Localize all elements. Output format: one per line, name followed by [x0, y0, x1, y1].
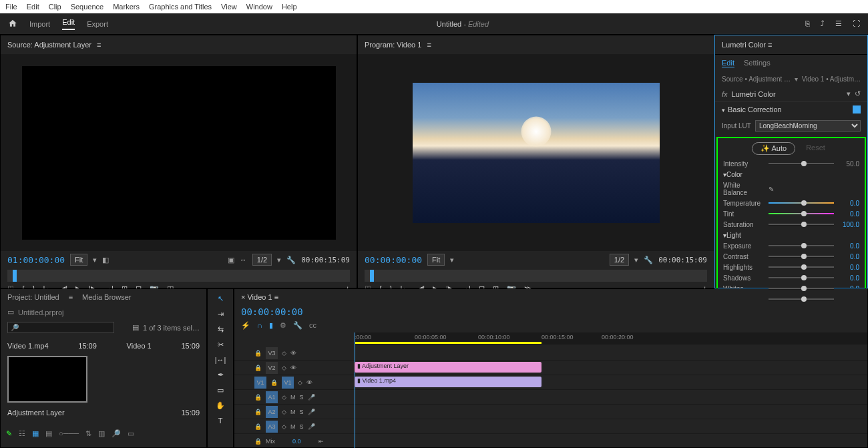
automate-icon[interactable]: ▥	[98, 429, 105, 438]
highlights-value[interactable]: 0.0	[838, 264, 859, 271]
mute-button[interactable]: M	[290, 409, 296, 415]
contrast-slider[interactable]	[769, 256, 834, 258]
color-section[interactable]: Color	[726, 171, 742, 178]
track-a1[interactable]: A1	[266, 391, 278, 403]
whites-slider[interactable]	[769, 288, 834, 290]
snap-icon[interactable]: ⚡	[241, 321, 250, 330]
home-icon[interactable]	[8, 19, 17, 29]
basic-checkbox[interactable]	[853, 105, 861, 114]
input-lut-select[interactable]: LongBeachMorning	[755, 120, 861, 132]
reset-button[interactable]: Reset	[801, 142, 831, 155]
program-menu-icon[interactable]: ≡	[427, 41, 431, 49]
rectangle-tool-icon[interactable]: ▭	[217, 386, 224, 395]
chevron-down-icon[interactable]: ▾	[795, 75, 798, 83]
track-v3[interactable]: V3	[266, 347, 278, 359]
lock-icon[interactable]: 🔒	[254, 423, 262, 430]
lumetri-source[interactable]: Source • Adjustment …	[722, 75, 791, 83]
chevron-down-icon[interactable]: ▾	[277, 256, 281, 264]
contrast-value[interactable]: 0.0	[838, 253, 859, 260]
lock-icon[interactable]: 🔒	[254, 394, 262, 401]
track-select-icon[interactable]: ⇥	[218, 310, 224, 318]
menu-edit[interactable]: Edit	[27, 3, 39, 11]
intensity-slider[interactable]	[769, 163, 834, 165]
temp-slider[interactable]	[769, 202, 834, 204]
panel-menu-icon[interactable]: ≡	[768, 41, 772, 49]
lock-icon[interactable]: 🔒	[254, 365, 262, 371]
share-icon[interactable]: ⤴	[821, 19, 825, 28]
tab-import[interactable]: Import	[29, 20, 50, 28]
source-tc-start[interactable]: 01:00:00:00	[7, 255, 65, 265]
track-v2[interactable]: V2	[266, 362, 278, 374]
fx-icon[interactable]: fx	[722, 90, 728, 98]
chevron-down-icon[interactable]: ▾	[847, 89, 851, 98]
solo-button[interactable]: S	[300, 394, 304, 401]
chevron-down-icon[interactable]: ▾	[634, 256, 638, 264]
program-half[interactable]: 1/2	[610, 254, 629, 266]
shadows-value[interactable]: 0.0	[838, 274, 859, 282]
menu-window[interactable]: Window	[246, 3, 272, 11]
program-viewer[interactable]	[413, 83, 660, 223]
source-menu-icon[interactable]: ≡	[97, 41, 101, 49]
linked-selection-icon[interactable]: ∩	[257, 321, 262, 330]
eye-icon[interactable]: 👁	[306, 379, 312, 386]
settings-icon[interactable]: ⚙	[280, 321, 286, 330]
program-tc-start[interactable]: 00:00:00:00	[365, 255, 422, 265]
hand-tool-icon[interactable]: ✋	[216, 401, 225, 410]
source-v1[interactable]: V1	[254, 377, 266, 389]
sync-lock-icon[interactable]: ◇	[282, 409, 286, 415]
workspace-icon[interactable]: ☰	[835, 19, 842, 28]
tint-value[interactable]: 0.0	[838, 210, 859, 218]
sync-lock-icon[interactable]: ◇	[282, 423, 286, 430]
shadows-slider[interactable]	[769, 277, 834, 279]
source-scrubber[interactable]	[7, 270, 350, 282]
panel-menu-icon[interactable]: ≡	[69, 293, 73, 301]
slip-tool-icon[interactable]: |↔|	[215, 356, 226, 364]
ripple-edit-icon[interactable]: ⇆	[218, 325, 224, 334]
bin-icon[interactable]: ▭	[7, 308, 14, 316]
timeline-ruler[interactable]: :00:00 00:00:05:00 00:00:10:00 00:00:15:…	[355, 332, 867, 345]
lock-icon[interactable]: 🔒	[254, 350, 262, 357]
selection-tool-icon[interactable]: ↖	[218, 294, 224, 303]
mix-track[interactable]: Mix	[266, 438, 275, 445]
wrench-icon[interactable]: 🔧	[286, 256, 296, 264]
eye-icon[interactable]: 👁	[290, 350, 296, 357]
menu-clip[interactable]: Clip	[49, 3, 61, 11]
mute-button[interactable]: M	[290, 394, 296, 401]
pen-tool-icon[interactable]: ✒	[218, 371, 224, 379]
chevron-down-icon[interactable]: ▾	[450, 256, 454, 264]
mic-icon[interactable]: 🎤	[308, 394, 315, 401]
clip-adjustment[interactable]: ▮ Adjustment Layer	[355, 362, 541, 373]
mix-value[interactable]: 0.0	[292, 438, 301, 445]
icon-view-icon[interactable]: ▦	[32, 429, 39, 438]
tint-slider[interactable]	[769, 213, 834, 215]
marker-icon[interactable]: ▮	[269, 321, 273, 330]
timeline-tc[interactable]: 00:00:00:00	[234, 305, 867, 318]
source-add-icon[interactable]: ↔	[240, 256, 247, 264]
menu-view[interactable]: View	[221, 3, 237, 11]
find-icon[interactable]: 🔎	[112, 429, 121, 438]
freeform-icon[interactable]: ▤	[45, 429, 52, 438]
type-tool-icon[interactable]: T	[218, 417, 223, 425]
project-item[interactable]: Adjustment Layer15:09	[7, 407, 200, 419]
fullscreen-icon[interactable]: ⛶	[853, 19, 860, 28]
lock-icon[interactable]: 🔒	[254, 409, 262, 415]
sync-lock-icon[interactable]: ◇	[282, 350, 286, 357]
menu-help[interactable]: Help	[282, 3, 297, 11]
project-tab[interactable]: Project: Untitled	[7, 293, 59, 301]
intensity-value[interactable]: 50.0	[838, 160, 859, 168]
media-browser-tab[interactable]: Media Browser	[82, 293, 131, 301]
project-search-input[interactable]	[7, 322, 114, 333]
mic-icon[interactable]: 🎤	[308, 409, 315, 415]
source-fit[interactable]: Fit	[70, 254, 87, 266]
exposure-slider[interactable]	[769, 245, 834, 247]
track-a3[interactable]: A3	[266, 421, 278, 433]
lumetri-tab-edit[interactable]: Edit	[722, 59, 734, 67]
sync-lock-icon[interactable]: ◇	[298, 379, 302, 386]
list-view-icon[interactable]: ☷	[19, 429, 25, 438]
sort-icon[interactable]: ⇅	[85, 429, 91, 438]
source-viewer[interactable]	[22, 66, 336, 240]
sequence-name[interactable]: Video 1	[247, 293, 272, 301]
program-scrubber[interactable]	[365, 270, 707, 282]
caption-icon[interactable]: cc	[309, 321, 316, 330]
collapse-icon[interactable]: ⇤	[318, 438, 324, 445]
